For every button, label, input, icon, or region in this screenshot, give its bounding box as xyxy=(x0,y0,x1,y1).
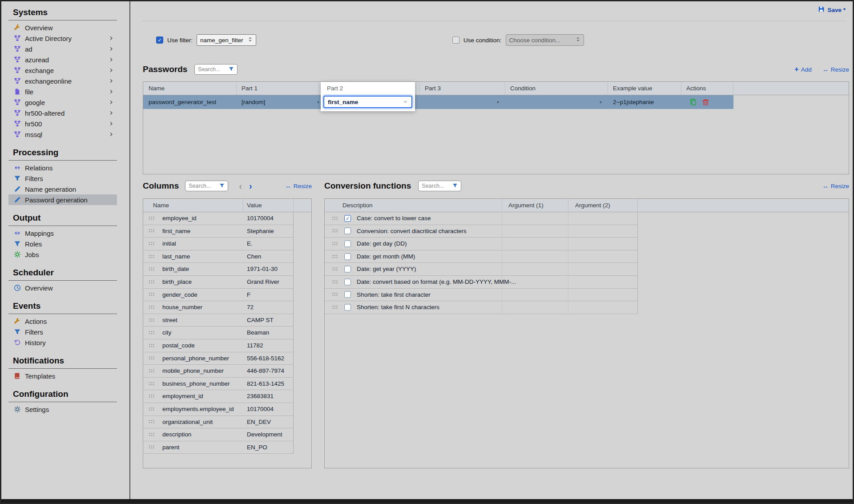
sidebar: Systems Overview Active Directory ad azu… xyxy=(1,1,130,499)
sidebar-item-systems-active-directory[interactable]: Active Directory xyxy=(8,33,117,44)
sidebar-item-output-roles[interactable]: Roles xyxy=(8,238,117,249)
condition-select[interactable]: Choose condition... xyxy=(506,34,584,46)
column-value: E. xyxy=(247,238,253,250)
drag-handle-icon[interactable] xyxy=(149,432,155,437)
sidebar-item-events-filters[interactable]: Filters xyxy=(8,327,117,337)
drag-handle-icon[interactable] xyxy=(332,292,338,297)
use-condition-checkbox[interactable] xyxy=(452,36,459,44)
chevron-right-icon[interactable] xyxy=(109,68,113,73)
sidebar-item-systems-google[interactable]: google xyxy=(8,97,117,108)
drag-handle-icon[interactable] xyxy=(149,419,155,424)
drag-handle-icon[interactable] xyxy=(149,280,155,284)
chevron-left-icon[interactable]: ‹ xyxy=(239,181,242,190)
drag-handle-icon[interactable] xyxy=(149,229,155,233)
copy-icon[interactable] xyxy=(689,98,697,106)
part2-select[interactable]: first_name xyxy=(323,96,412,108)
drag-handle-icon[interactable] xyxy=(149,356,155,360)
column-header-name: Name xyxy=(149,82,165,95)
conversion-resize-button[interactable]: ↔Resize xyxy=(822,183,849,190)
column-divider xyxy=(293,199,294,212)
part1-select[interactable]: [random] xyxy=(242,95,265,109)
columns-resize-button[interactable]: ↔Resize xyxy=(285,183,312,190)
sidebar-item-systems-file[interactable]: file xyxy=(8,86,117,97)
chevron-right-icon[interactable] xyxy=(109,36,113,40)
conversion-search-input[interactable] xyxy=(422,183,449,189)
sidebar-item-events-actions[interactable]: Actions xyxy=(8,316,117,327)
sidebar-item-processing-filters[interactable]: Filters xyxy=(8,173,117,184)
sidebar-item-systems-ad[interactable]: ad xyxy=(8,44,117,54)
drag-handle-icon[interactable] xyxy=(332,216,338,221)
drag-handle-icon[interactable] xyxy=(149,369,155,373)
add-password-button[interactable]: +Add xyxy=(794,66,811,73)
table-row: Shorten: take first character xyxy=(325,289,637,302)
sidebar-item-configuration-settings[interactable]: Settings xyxy=(8,404,117,415)
trash-icon[interactable] xyxy=(702,98,709,106)
drag-handle-icon[interactable] xyxy=(149,216,155,221)
drag-handle-icon[interactable] xyxy=(149,407,155,411)
sidebar-item-scheduler-overview[interactable]: Overview xyxy=(8,282,117,293)
chevron-right-icon[interactable]: › xyxy=(249,181,252,190)
function-checkbox[interactable]: ✓ xyxy=(344,215,351,222)
chevron-right-icon[interactable] xyxy=(109,132,113,137)
drag-handle-icon[interactable] xyxy=(149,242,155,246)
drag-handle-icon[interactable] xyxy=(149,318,155,323)
sidebar-item-processing-password-generation[interactable]: Password generation xyxy=(8,194,117,205)
function-checkbox[interactable] xyxy=(344,253,351,260)
chevron-right-icon[interactable] xyxy=(109,111,113,115)
function-checkbox[interactable] xyxy=(344,278,351,285)
sidebar-item-systems-exchangeonline[interactable]: exchangeonline xyxy=(8,76,117,86)
drag-handle-icon[interactable] xyxy=(332,242,338,246)
chevron-right-icon[interactable] xyxy=(109,121,113,126)
drag-handle-icon[interactable] xyxy=(149,331,155,335)
sidebar-item-label: Templates xyxy=(25,372,55,380)
drag-handle-icon[interactable] xyxy=(149,445,155,449)
function-description: Date: convert based on format (e.g. MM-D… xyxy=(357,276,516,288)
sidebar-section-title-scheduler: Scheduler xyxy=(8,268,117,281)
chevron-right-icon[interactable] xyxy=(109,47,113,51)
drag-handle-icon[interactable] xyxy=(149,394,155,399)
function-checkbox[interactable] xyxy=(344,291,351,298)
function-checkbox[interactable] xyxy=(344,228,351,234)
function-checkbox[interactable] xyxy=(344,304,351,310)
drag-handle-icon[interactable] xyxy=(149,382,155,386)
table-row: city Beaman xyxy=(143,327,293,339)
sidebar-item-systems-overview[interactable]: Overview xyxy=(8,22,117,33)
columns-search-input[interactable] xyxy=(189,183,216,189)
drag-handle-icon[interactable] xyxy=(332,267,338,271)
chevron-right-icon[interactable] xyxy=(109,79,113,83)
function-checkbox[interactable] xyxy=(344,266,351,273)
drag-handle-icon[interactable] xyxy=(149,305,155,310)
drag-handle-icon[interactable] xyxy=(332,305,338,310)
drag-handle-icon[interactable] xyxy=(332,254,338,259)
passwords-search-input[interactable] xyxy=(198,66,226,73)
filter-select[interactable]: name_gen_filter xyxy=(197,34,256,46)
chevron-right-icon[interactable] xyxy=(109,57,113,62)
drag-handle-icon[interactable] xyxy=(149,267,155,271)
sidebar-item-processing-name-generation[interactable]: Name generation xyxy=(8,184,117,194)
sidebar-item-output-jobs[interactable]: Jobs xyxy=(8,249,117,260)
function-checkbox[interactable] xyxy=(344,240,351,247)
column-name: personal_phone_number xyxy=(162,352,229,365)
passwords-table: Name Part 1 Part 2 Part 3 Condition Exam… xyxy=(143,81,849,174)
sidebar-item-systems-mssql[interactable]: mssql xyxy=(8,129,117,140)
sidebar-item-systems-hr500[interactable]: hr500 xyxy=(8,118,117,129)
sidebar-item-events-history[interactable]: History xyxy=(8,337,117,348)
drag-handle-icon[interactable] xyxy=(149,254,155,259)
chevron-right-icon[interactable] xyxy=(109,100,113,105)
save-button[interactable]: Save * xyxy=(818,6,846,14)
sidebar-item-systems-hr500-altered[interactable]: hr500-altered xyxy=(8,108,117,118)
use-filter-checkbox[interactable]: ✓ xyxy=(156,36,163,44)
drag-handle-icon[interactable] xyxy=(149,292,155,297)
drag-handle-icon[interactable] xyxy=(332,229,338,233)
drag-handle-icon[interactable] xyxy=(332,280,338,284)
table-row: initial E. xyxy=(143,238,293,250)
drag-handle-icon[interactable] xyxy=(149,343,155,348)
password-row-selected[interactable]: password_generator_test [random] ▾ ▾ ▾ 2… xyxy=(143,95,733,109)
chevron-right-icon[interactable] xyxy=(109,89,113,94)
sidebar-item-notifications-templates[interactable]: Templates xyxy=(8,371,117,381)
sidebar-item-processing-relations[interactable]: Relations xyxy=(8,162,117,173)
sidebar-item-systems-exchange[interactable]: exchange xyxy=(8,65,117,76)
sidebar-item-systems-azuread[interactable]: azuread xyxy=(8,54,117,65)
sidebar-item-output-mappings[interactable]: Mappings xyxy=(8,228,117,238)
passwords-resize-button[interactable]: ↔Resize xyxy=(822,66,849,73)
